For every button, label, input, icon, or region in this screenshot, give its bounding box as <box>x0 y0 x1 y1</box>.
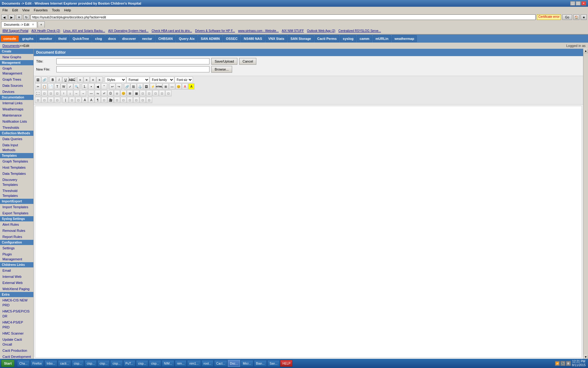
taskbar-item-cisp3[interactable]: cisp... <box>97 360 110 367</box>
forward-button[interactable]: ▶ <box>9 14 15 20</box>
nav-tab-syslog[interactable]: syslog <box>340 35 356 42</box>
tool-s17[interactable]: □ <box>140 97 146 103</box>
sidebar-item-cacti-production[interactable]: Cacti Production <box>0 347 33 354</box>
tool-s8[interactable]: A <box>82 97 88 103</box>
tool-hr2[interactable]: — <box>88 90 94 96</box>
tool-r13[interactable]: □ <box>165 90 172 96</box>
sidebar-item-host-templates[interactable]: Host Templates <box>0 164 33 171</box>
tool-spellcheck[interactable]: ✓ <box>67 83 73 90</box>
sidebar-item-data-sources[interactable]: Data Sources <box>0 82 33 89</box>
tool-s9[interactable]: A <box>88 97 94 103</box>
refresh-button[interactable]: ↻ <box>23 14 29 20</box>
tool-r8[interactable]: → <box>80 90 86 96</box>
stop-button[interactable]: ✕ <box>16 14 22 20</box>
sidebar-item-data-templates[interactable]: Data Templates <box>0 171 33 177</box>
tool-r10[interactable]: □ <box>146 90 152 96</box>
sidebar-item-hmc4[interactable]: HMC4-PS/EP PRD <box>0 319 33 330</box>
tool-image2[interactable]: 🖼 <box>143 83 149 90</box>
nav-tab-clog[interactable]: clog <box>92 35 105 42</box>
nav-tab-console[interactable]: console <box>1 35 19 42</box>
menu-edit[interactable]: Edit <box>11 8 19 12</box>
bookmark-outlook[interactable]: Outlook Web App (2) <box>306 29 337 33</box>
tool-anchor[interactable]: ⚓ <box>137 83 143 90</box>
bookmark-sinhass[interactable]: www.sinhass.com - Website... <box>237 29 280 33</box>
close-button[interactable]: ✕ <box>581 1 586 6</box>
sidebar-section-create[interactable]: Create <box>0 49 33 54</box>
tool-ol[interactable]: 1. <box>82 83 88 90</box>
editor-body[interactable] <box>35 106 582 358</box>
browser-tab-new[interactable]: + <box>38 21 45 28</box>
tool-unlink[interactable]: ⛓ <box>130 83 137 90</box>
sidebar-item-devices[interactable]: Devices <box>0 89 33 95</box>
taskbar-item-firefox[interactable]: Firefox <box>30 360 44 367</box>
taskbar-item-san[interactable]: San... <box>267 360 280 367</box>
tool-table[interactable]: ⊞ <box>163 83 169 90</box>
bookmark-aix-health[interactable]: AIX Health Check (2) <box>30 29 61 33</box>
menu-file[interactable]: File <box>1 8 9 12</box>
sidebar-section-childrens-links[interactable]: Childrens Links <box>0 262 33 267</box>
tool-s10[interactable]: ¶ <box>95 97 101 103</box>
tool-supersc[interactable]: x² <box>101 90 107 96</box>
tool-r4[interactable]: □ <box>54 90 60 96</box>
taskbar-item-nim2[interactable]: nim... <box>175 360 187 367</box>
nav-tab-cactiperms[interactable]: Cacti Perms <box>315 35 340 42</box>
nav-tab-discover[interactable]: discover <box>119 35 139 42</box>
sidebar-item-report-rules[interactable]: Report Rules <box>0 234 33 240</box>
cancel-button[interactable]: Cancel <box>239 58 256 65</box>
tool-smiley3[interactable]: 😊 <box>120 90 126 96</box>
tool-subsc[interactable]: x₂ <box>95 90 101 96</box>
nav-tab-nectar[interactable]: nectar <box>139 35 155 42</box>
sidebar-section-syslog[interactable]: Syslog Settings <box>0 216 33 221</box>
tray-icon-1[interactable]: 📶 <box>555 361 560 366</box>
taskbar-item-nim3[interactable]: nim1... <box>187 360 201 367</box>
home-button[interactable]: 🏠 <box>573 14 579 20</box>
tool-r12[interactable]: □ <box>159 90 165 96</box>
sidebar-section-configuration[interactable]: Configuration <box>0 240 33 245</box>
back-button[interactable]: ◀ <box>1 14 7 20</box>
tool-s3[interactable]: □ <box>48 97 54 103</box>
taskbar-item-cisp5[interactable]: cisp... <box>136 360 148 367</box>
tool-find[interactable]: 🔍 <box>74 83 80 90</box>
tool-copy[interactable]: 📋 <box>41 83 47 90</box>
tool-strikethrough[interactable]: ABC <box>69 77 75 83</box>
sidebar-item-graph-management[interactable]: Graph Management <box>0 65 33 76</box>
nav-tab-docs[interactable]: docs <box>105 35 119 42</box>
tool-layers[interactable]: ▦ <box>133 90 139 96</box>
browser-tab-active[interactable]: Documents -> Edit ✕ <box>1 21 37 28</box>
sidebar-item-internal-web[interactable]: Internal Web <box>0 274 33 280</box>
sidebar-item-hmc6[interactable]: HMC6-CIS NEW PRD <box>0 297 33 308</box>
bookmark-aix-os[interactable]: AIX Operating System Hard... <box>107 29 150 33</box>
sidebar-item-thresholds[interactable]: Thresholds <box>0 125 33 131</box>
scroll-up[interactable]: ▲ <box>584 49 588 53</box>
browse-button[interactable]: Browse... <box>211 66 232 73</box>
sidebar-item-notification-lists[interactable]: Notification Lists <box>0 118 33 125</box>
nav-tab-thold[interactable]: thold <box>55 35 69 42</box>
nav-tab-queryaix[interactable]: Query Aix <box>176 35 198 42</box>
tool-s16[interactable]: □ <box>133 97 139 103</box>
sidebar-item-graph-templates[interactable]: Graph Templates <box>0 158 33 164</box>
taskbar-item-cact[interactable]: Cact... <box>214 360 227 367</box>
sidebar-section-documentation[interactable]: Documentation <box>0 95 33 100</box>
tool-r7[interactable]: ← <box>74 90 80 96</box>
taskbar-item-micr[interactable]: Micr... <box>241 360 253 367</box>
tool-s6[interactable]: □ <box>69 97 75 103</box>
taskbar-item-help[interactable]: HELP <box>280 360 292 367</box>
nav-tab-chbsan[interactable]: CHBSAN <box>156 35 175 42</box>
bookmark-ibm[interactable]: IBM Support Portal <box>1 29 29 33</box>
bookmark-nim[interactable]: AIX NIM STUFF <box>281 29 305 33</box>
breadcrumb-home[interactable]: Documents <box>2 44 20 48</box>
nav-tab-graphs[interactable]: graphs <box>20 35 36 42</box>
tool-italic[interactable]: I <box>56 77 62 83</box>
tool-r2[interactable]: □ <box>41 90 47 96</box>
taskbar-item-cacti[interactable]: cacti... <box>58 360 71 367</box>
sidebar-item-maintenance[interactable]: Maintenance <box>0 112 33 118</box>
tool-s2[interactable]: □ <box>41 97 47 103</box>
sidebar-item-webxtend-paging[interactable]: WebXtend Paging <box>0 286 33 292</box>
tool-align-right[interactable]: ≡ <box>90 77 96 83</box>
tool-s7[interactable]: □ <box>75 97 81 103</box>
tool-s15[interactable]: □ <box>127 97 133 103</box>
tool-cut[interactable]: ✂ <box>35 83 41 90</box>
tool-r9[interactable]: □ <box>140 90 146 96</box>
tool-emoji[interactable]: 😊 <box>175 83 182 90</box>
nav-tab-ossec[interactable]: OSSEC <box>223 35 240 42</box>
